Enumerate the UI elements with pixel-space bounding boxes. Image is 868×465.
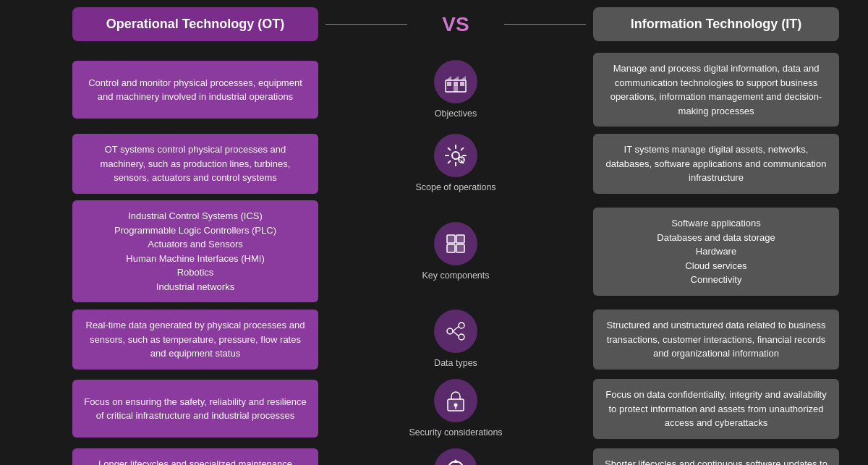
it-cell: Shorter lifecycles and continuous softwa… xyxy=(593,448,839,465)
header-line-left xyxy=(326,24,407,25)
header-line-right xyxy=(504,24,586,25)
middle-cell: Scope of operations xyxy=(326,134,586,193)
icon-circle xyxy=(434,448,477,465)
svg-point-5 xyxy=(452,152,459,159)
comparison-row: OT systems control physical processes an… xyxy=(72,131,839,196)
icon-label: Data types xyxy=(434,357,477,369)
ot-cell: Longer lifecycles and specialized mainte… xyxy=(72,448,318,465)
svg-line-14 xyxy=(453,327,459,332)
svg-line-15 xyxy=(453,331,459,336)
svg-rect-9 xyxy=(447,244,455,252)
icon-label: Security considerations xyxy=(409,427,502,438)
ot-cell: OT systems control physical processes an… xyxy=(72,134,318,194)
icon-label: Scope of operations xyxy=(415,182,495,193)
svg-point-11 xyxy=(447,328,453,334)
comparison-row: Industrial Control Systems (ICS) Program… xyxy=(72,200,839,302)
icon-circle xyxy=(434,310,477,353)
it-header: Information Technology (IT) xyxy=(593,7,839,41)
ot-cell: Control and monitor physical processes, … xyxy=(72,61,318,119)
it-cell: Software applications Databases and data… xyxy=(593,208,839,296)
ot-cell: Real-time data generated by physical pro… xyxy=(72,310,318,370)
middle-cell: Objectives xyxy=(326,60,586,119)
svg-point-13 xyxy=(459,334,464,340)
ot-cell: Focus on ensuring the safety, reliabilit… xyxy=(72,380,318,438)
svg-rect-10 xyxy=(456,244,464,252)
svg-rect-8 xyxy=(456,235,464,243)
ot-header: Operational Technology (OT) xyxy=(72,7,318,41)
ot-cell: Industrial Control Systems (ICS) Program… xyxy=(72,200,318,302)
comparison-row: Longer lifecycles and specialized mainte… xyxy=(72,445,839,465)
icon-circle xyxy=(434,134,477,177)
icon-label: Objectives xyxy=(435,108,477,119)
icon-circle xyxy=(434,222,477,265)
svg-rect-1 xyxy=(447,82,451,86)
svg-rect-3 xyxy=(460,82,464,86)
icon-circle xyxy=(434,379,477,422)
middle-cell: Data types xyxy=(326,310,586,369)
svg-rect-4 xyxy=(454,86,458,92)
comparison-grid: Control and monitor physical processes, … xyxy=(0,48,868,465)
middle-cell: Key components xyxy=(326,222,586,281)
comparison-row: Focus on ensuring the safety, reliabilit… xyxy=(72,376,839,441)
svg-point-12 xyxy=(459,323,464,328)
icon-label: Key components xyxy=(422,270,489,281)
vs-label: VS xyxy=(414,13,496,36)
comparison-row: Control and monitor physical processes, … xyxy=(72,53,839,127)
middle-cell: Lifecycle management xyxy=(326,448,586,465)
comparison-row: Real-time data generated by physical pro… xyxy=(72,307,839,372)
it-cell: Manage and process digital information, … xyxy=(593,53,839,127)
header-row: Operational Technology (OT) VS Informati… xyxy=(0,0,868,48)
it-cell: IT systems manage digital assets, networ… xyxy=(593,134,839,194)
it-cell: Structured and unstructured data related… xyxy=(593,310,839,370)
main-container: Operational Technology (OT) VS Informati… xyxy=(0,0,868,465)
it-cell: Focus on data confidentiality, integrity… xyxy=(593,379,839,439)
middle-cell: Security considerations xyxy=(326,379,586,438)
icon-circle xyxy=(434,60,477,103)
svg-rect-2 xyxy=(454,82,458,86)
svg-rect-7 xyxy=(447,235,455,243)
